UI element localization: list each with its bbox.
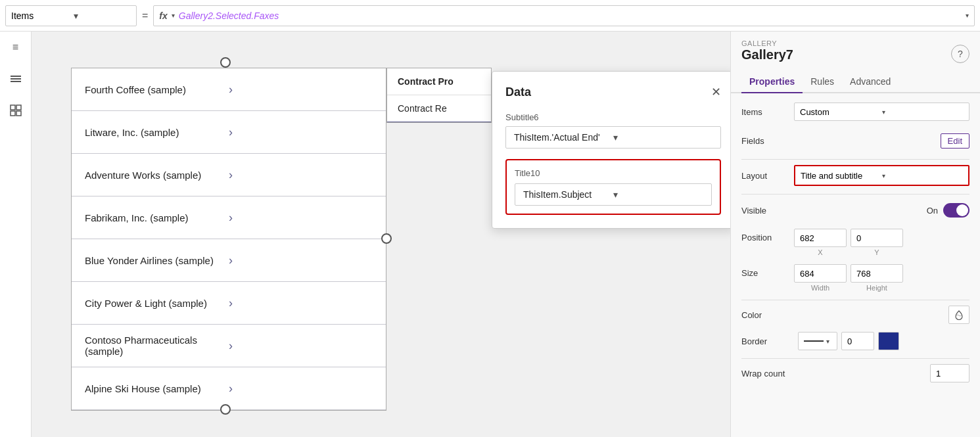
wrap-prop-label: Wrap count [741, 369, 794, 379]
gallery-item[interactable]: Fabrikam, Inc. (sample) › [72, 196, 386, 239]
gallery-item-label: Fourth Coffee (sample) [85, 84, 229, 95]
items-prop-value: Custom [800, 107, 882, 117]
fields-edit-button[interactable]: Edit [941, 133, 969, 149]
toggle-container: On [927, 203, 969, 218]
position-inputs: X Y [794, 229, 969, 256]
divider4 [741, 358, 969, 359]
title-field-group-highlighted: Title10 ThisItem.Subject ▾ [505, 159, 721, 215]
size-height-input[interactable] [851, 264, 903, 283]
right-panel: GALLERY Gallery7 ? Properties Rules Adva… [730, 32, 980, 437]
position-x-input[interactable] [794, 229, 847, 247]
panel-tabs: Properties Rules Advanced [731, 71, 980, 93]
tab-rules[interactable]: Rules [803, 71, 842, 93]
hamburger-icon[interactable]: ≡ [5, 37, 26, 58]
gallery-item[interactable]: Alpine Ski House (sample) › [72, 367, 386, 410]
items-prop-dropdown[interactable]: Custom ▾ [794, 103, 969, 121]
svg-rect-2 [11, 81, 21, 82]
data-panel: Data ✕ Subtitle6 ThisItem.'Actual End' ▾… [492, 71, 730, 229]
position-x-label: X [818, 248, 822, 256]
subtitle-field-dropdown[interactable]: ThisItem.'Actual End' ▾ [505, 126, 721, 149]
formula-bar[interactable]: fx ▾ Gallery2.Selected.Faxes ▾ [153, 5, 975, 26]
fields-prop-control: Edit [794, 133, 969, 149]
visible-toggle[interactable] [943, 203, 969, 218]
layout-prop-label: Layout [741, 171, 794, 181]
visible-prop-row: Visible On [741, 200, 969, 221]
subtitle-field-group: Subtitle6 ThisItem.'Actual End' ▾ [505, 112, 721, 149]
preview-panel: Contract Pro Contract Re [386, 68, 492, 123]
size-height-label: Height [866, 284, 887, 292]
wrap-count-input[interactable] [930, 364, 969, 382]
border-style-chevron-icon: ▾ [826, 338, 829, 345]
layout-prop-dropdown[interactable]: Title and subtitle ▾ [794, 165, 969, 186]
fx-icon: fx [159, 11, 167, 21]
size-width-input[interactable] [794, 264, 847, 283]
svg-rect-4 [16, 105, 21, 110]
position-x-group: X [794, 229, 847, 256]
items-prop-row: Items Custom ▾ [741, 101, 969, 122]
svg-rect-0 [11, 76, 21, 77]
gallery-item[interactable]: Adventure Works (sample) › [72, 154, 386, 196]
formula-text: Gallery2.Selected.Faxes [179, 11, 962, 21]
gallery-item-label: Adventure Works (sample) [85, 170, 229, 181]
gallery-item-label: Blue Yonder Airlines (sample) [85, 255, 229, 266]
svg-rect-5 [11, 111, 15, 116]
border-width-input[interactable] [841, 332, 874, 350]
preview-title: Contract Pro [387, 68, 491, 95]
gallery-item-label: City Power & Light (sample) [85, 298, 229, 309]
items-chevron-icon: ▾ [74, 11, 131, 21]
left-sidebar: ≡ [0, 32, 32, 437]
position-prop-label: Position [741, 229, 794, 242]
items-prop-label: Items [741, 107, 794, 117]
tab-properties[interactable]: Properties [741, 71, 803, 93]
title-field-chevron-icon: ▾ [613, 189, 703, 200]
gallery-arrow-icon: › [229, 339, 373, 353]
gallery-item[interactable]: Fourth Coffee (sample) › [72, 68, 386, 111]
gallery-item-label: Litware, Inc. (sample) [85, 127, 229, 138]
gallery-item[interactable]: Litware, Inc. (sample) › [72, 111, 386, 154]
svg-rect-6 [16, 111, 21, 116]
size-height-group: Height [851, 264, 903, 292]
gallery-arrow-icon: › [229, 296, 373, 310]
color-swatch[interactable] [948, 306, 969, 324]
gallery-arrow-icon: › [229, 254, 373, 267]
title-field-dropdown[interactable]: ThisItem.Subject ▾ [515, 183, 712, 206]
tab-advanced[interactable]: Advanced [842, 71, 898, 93]
items-prop-control: Custom ▾ [794, 103, 969, 121]
grid-icon[interactable] [5, 100, 26, 121]
formula-bar-end-chevron: ▾ [966, 12, 969, 19]
gallery-name: Gallery7 [741, 47, 793, 62]
layout-prop-chevron-icon: ▾ [882, 172, 964, 179]
items-dropdown[interactable]: Items ▾ [5, 5, 137, 26]
border-color-swatch[interactable] [878, 332, 899, 350]
gallery-arrow-icon: › [229, 168, 373, 182]
layers-icon[interactable] [5, 68, 26, 89]
resize-handle-bot[interactable] [220, 404, 231, 415]
gallery-item[interactable]: Blue Yonder Airlines (sample) › [72, 239, 386, 282]
border-prop-label: Border [741, 336, 794, 346]
gallery-item[interactable]: Contoso Pharmaceuticals (sample) › [72, 325, 386, 367]
color-prop-label: Color [741, 310, 794, 320]
layout-prop-control: Title and subtitle ▾ [794, 165, 969, 186]
border-style-dropdown[interactable]: ▾ [798, 332, 837, 350]
subtitle-field-chevron-icon: ▾ [613, 132, 712, 143]
toggle-knob [956, 204, 968, 216]
preview-subtitle: Contract Re [387, 95, 491, 122]
resize-handle-mid[interactable] [381, 233, 392, 244]
divider3 [741, 300, 969, 300]
gallery-item[interactable]: City Power & Light (sample) › [72, 282, 386, 325]
subtitle-field-label: Subtitle6 [505, 112, 721, 122]
data-panel-header: Data ✕ [505, 85, 721, 99]
help-button[interactable]: ? [951, 45, 969, 63]
main-layout: ≡ Fourth Coffee (sample) › Litware, Inc.… [0, 32, 980, 437]
gallery-arrow-icon: › [229, 382, 373, 396]
data-panel-title: Data [505, 85, 531, 99]
visible-prop-control: On [794, 203, 969, 218]
data-panel-close-button[interactable]: ✕ [711, 85, 721, 99]
resize-handle-top[interactable] [220, 57, 231, 68]
position-y-input[interactable] [851, 229, 903, 247]
gallery-section-label: GALLERY [741, 39, 793, 47]
layout-prop-row: Layout Title and subtitle ▾ [741, 165, 969, 186]
gallery-item-label: Alpine Ski House (sample) [85, 383, 229, 394]
color-prop-row: Color [741, 306, 969, 324]
gallery-arrow-icon: › [229, 126, 373, 139]
